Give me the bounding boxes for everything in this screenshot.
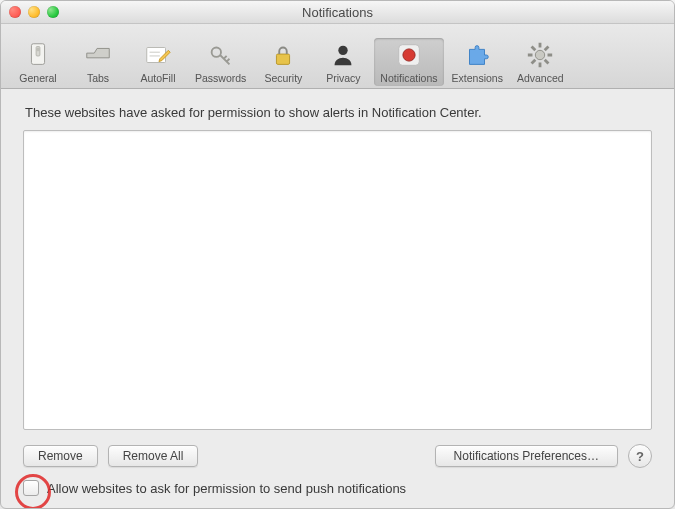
gear-icon (525, 40, 555, 70)
button-row: Remove Remove All Notifications Preferen… (23, 444, 652, 468)
notifications-preferences-button[interactable]: Notifications Preferences… (435, 445, 618, 467)
zoom-button[interactable] (47, 6, 59, 18)
tab-general[interactable]: General (9, 38, 67, 86)
record-icon (394, 40, 424, 70)
preferences-window: Notifications General Tabs AutoFill Pass… (0, 0, 675, 509)
tab-tabs[interactable]: Tabs (69, 38, 127, 86)
tab-passwords[interactable]: Passwords (189, 38, 252, 86)
tab-label: Security (264, 72, 302, 84)
svg-line-18 (545, 60, 549, 64)
svg-line-17 (532, 47, 536, 51)
svg-line-20 (532, 60, 536, 64)
puzzle-icon (462, 40, 492, 70)
key-icon (206, 40, 236, 70)
description-text: These websites have asked for permission… (25, 105, 650, 120)
tab-label: Privacy (326, 72, 360, 84)
tab-label: Notifications (380, 72, 437, 84)
tab-label: Passwords (195, 72, 246, 84)
window-title: Notifications (1, 5, 674, 20)
titlebar: Notifications (1, 1, 674, 24)
window-controls (9, 6, 59, 18)
tab-label: General (19, 72, 56, 84)
switch-icon (23, 40, 53, 70)
tab-autofill[interactable]: AutoFill (129, 38, 187, 86)
svg-point-6 (211, 48, 220, 57)
person-icon (328, 40, 358, 70)
tab-label: Extensions (452, 72, 503, 84)
tab-label: Tabs (87, 72, 109, 84)
help-button[interactable]: ? (628, 444, 652, 468)
allow-websites-label: Allow websites to ask for permission to … (47, 481, 406, 496)
svg-point-12 (536, 50, 545, 59)
toolbar: General Tabs AutoFill Passwords Security (1, 24, 674, 89)
svg-line-19 (545, 47, 549, 51)
tab-privacy[interactable]: Privacy (314, 38, 372, 86)
websites-list[interactable] (23, 130, 652, 430)
svg-point-8 (339, 46, 348, 55)
allow-row: Allow websites to ask for permission to … (23, 480, 652, 496)
lock-icon (268, 40, 298, 70)
tab-security[interactable]: Security (254, 38, 312, 86)
svg-rect-7 (277, 54, 290, 64)
tab-label: Advanced (517, 72, 564, 84)
remove-all-button[interactable]: Remove All (108, 445, 199, 467)
pencil-form-icon (143, 40, 173, 70)
tab-label: AutoFill (140, 72, 175, 84)
minimize-button[interactable] (28, 6, 40, 18)
svg-point-2 (36, 48, 40, 52)
content-area: These websites have asked for permission… (1, 89, 674, 508)
tab-extensions[interactable]: Extensions (446, 38, 509, 86)
close-button[interactable] (9, 6, 21, 18)
allow-websites-checkbox[interactable] (23, 480, 39, 496)
tab-icon (83, 40, 113, 70)
tab-notifications[interactable]: Notifications (374, 38, 443, 86)
tab-advanced[interactable]: Advanced (511, 38, 570, 86)
remove-button[interactable]: Remove (23, 445, 98, 467)
